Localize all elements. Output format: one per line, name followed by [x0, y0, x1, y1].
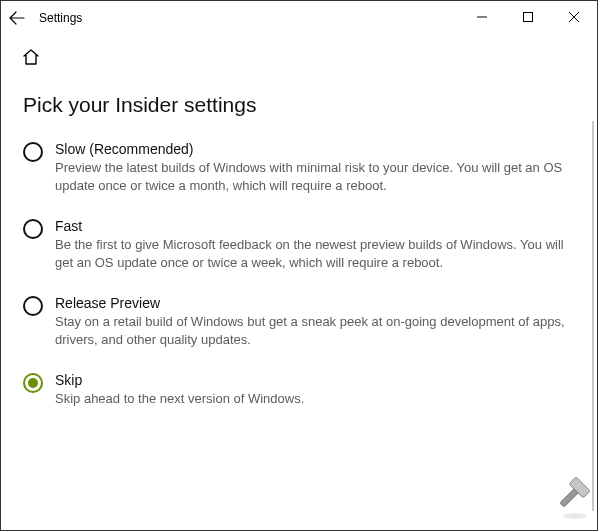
maximize-button[interactable]	[505, 1, 551, 33]
insider-option-fast[interactable]: Fast Be the first to give Microsoft feed…	[23, 218, 569, 271]
home-row	[1, 35, 597, 71]
insider-option-skip[interactable]: Skip Skip ahead to the next version of W…	[23, 372, 569, 408]
option-title: Release Preview	[55, 295, 569, 311]
radio-selected-icon	[23, 373, 43, 393]
radio-dot-icon	[28, 378, 38, 388]
arrow-left-icon	[9, 10, 25, 26]
svg-point-3	[563, 513, 587, 519]
radio-outline-icon	[23, 296, 43, 316]
close-icon	[569, 12, 579, 22]
radio-outline-icon	[23, 219, 43, 239]
option-desc: Preview the latest builds of Windows wit…	[55, 159, 569, 194]
option-title: Fast	[55, 218, 569, 234]
option-desc: Be the first to give Microsoft feedback …	[55, 236, 569, 271]
titlebar: Settings	[1, 1, 597, 35]
option-texts: Release Preview Stay on a retail build o…	[55, 295, 569, 348]
insider-option-release-preview[interactable]: Release Preview Stay on a retail build o…	[23, 295, 569, 348]
watermark	[547, 476, 591, 524]
home-icon	[21, 47, 41, 67]
option-title: Skip	[55, 372, 569, 388]
radio-slow[interactable]	[23, 142, 43, 162]
radio-fast[interactable]	[23, 219, 43, 239]
scrollbar[interactable]	[592, 121, 594, 511]
svg-rect-0	[524, 13, 533, 22]
option-desc: Stay on a retail build of Windows but ge…	[55, 313, 569, 348]
option-texts: Fast Be the first to give Microsoft feed…	[55, 218, 569, 271]
page-title: Pick your Insider settings	[23, 93, 569, 117]
minimize-icon	[477, 12, 487, 22]
option-desc: Skip ahead to the next version of Window…	[55, 390, 569, 408]
maximize-icon	[523, 12, 533, 22]
radio-skip[interactable]	[23, 373, 43, 393]
radio-outline-icon	[23, 142, 43, 162]
titlebar-left: Settings	[9, 10, 82, 26]
content-area: Pick your Insider settings Slow (Recomme…	[1, 71, 597, 408]
option-texts: Slow (Recommended) Preview the latest bu…	[55, 141, 569, 194]
minimize-button[interactable]	[459, 1, 505, 33]
close-button[interactable]	[551, 1, 597, 33]
settings-window: Settings Pick your Insider settings	[0, 0, 598, 531]
hammer-icon	[547, 476, 591, 520]
window-controls	[459, 1, 597, 33]
back-button[interactable]	[9, 10, 25, 26]
insider-option-slow[interactable]: Slow (Recommended) Preview the latest bu…	[23, 141, 569, 194]
home-button[interactable]	[21, 53, 41, 70]
option-title: Slow (Recommended)	[55, 141, 569, 157]
radio-release-preview[interactable]	[23, 296, 43, 316]
option-texts: Skip Skip ahead to the next version of W…	[55, 372, 569, 408]
app-title: Settings	[39, 11, 82, 25]
